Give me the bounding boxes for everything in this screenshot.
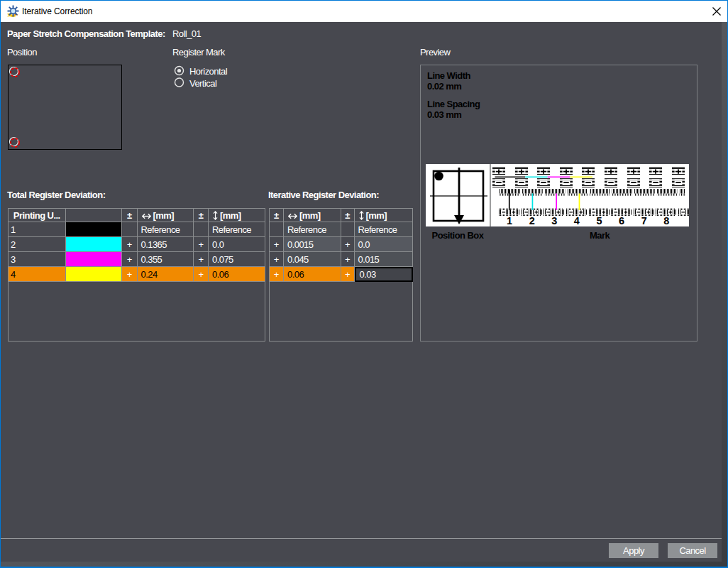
svg-text:5: 5 — [596, 215, 602, 226]
svg-text:4: 4 — [574, 215, 580, 226]
svg-text:7: 7 — [641, 215, 647, 226]
svg-text:6: 6 — [619, 215, 624, 226]
svg-text:8: 8 — [663, 215, 669, 226]
svg-text:3: 3 — [551, 215, 557, 226]
svg-text:2: 2 — [529, 215, 535, 226]
svg-text:1: 1 — [507, 215, 512, 226]
